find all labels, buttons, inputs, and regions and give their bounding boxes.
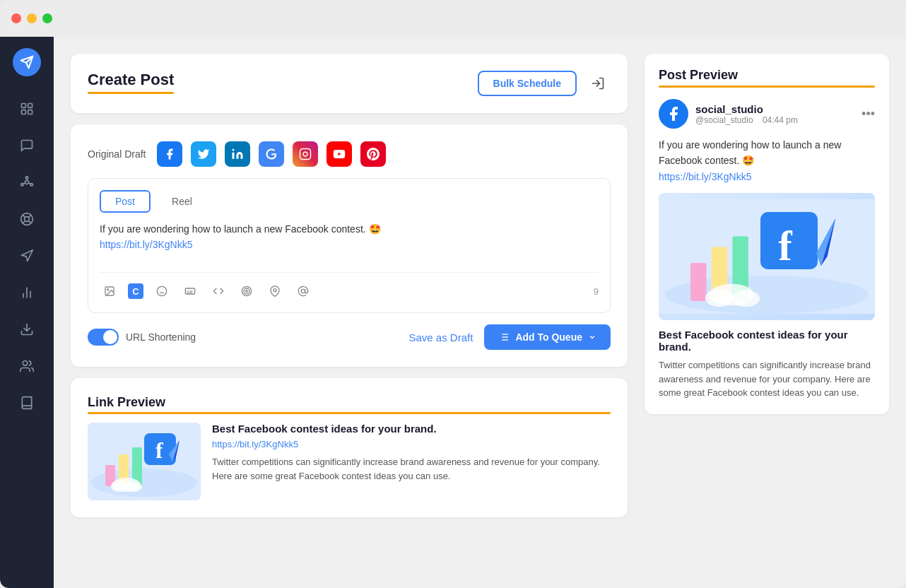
users-icon [20, 359, 34, 373]
close-button[interactable] [11, 13, 21, 23]
preview-post-text: If you are wondering how to launch a new… [659, 137, 875, 184]
svg-point-70 [732, 290, 760, 307]
export-icon [591, 76, 605, 90]
location-icon [269, 286, 281, 297]
sidebar-item-analytics[interactable] [11, 277, 42, 308]
post-preview-underline [659, 86, 875, 88]
save-draft-button[interactable]: Save as Draft [409, 331, 473, 343]
target-icon [241, 286, 252, 297]
sidebar-item-chat[interactable] [11, 130, 42, 161]
link-preview-article-url[interactable]: https://bit.ly/3KgNkk5 [212, 439, 611, 449]
library-icon [20, 396, 34, 410]
content-icon[interactable]: C [128, 283, 143, 299]
sidebar-item-network[interactable] [11, 167, 42, 198]
link-preview-title-wrapper: Link Preview [88, 395, 611, 414]
original-draft-label: Original Draft [88, 148, 146, 160]
sidebar-item-users[interactable] [11, 351, 42, 382]
link-preview-text-content: Best Facebook contest ideas for your bra… [212, 423, 611, 483]
sidebar-item-dashboard[interactable] [11, 93, 42, 124]
mention-toolbar-icon[interactable] [293, 281, 313, 301]
svg-line-10 [23, 183, 25, 184]
post-preview-panel: Post Preview social_studio @soc [645, 37, 906, 588]
link-preview-content: f Best Fa [88, 423, 611, 500]
maximize-button[interactable] [42, 13, 52, 23]
svg-point-36 [246, 290, 248, 293]
preview-post-link[interactable]: https://bit.ly/3KgNkk5 [659, 171, 752, 182]
sidebar-item-download[interactable] [11, 314, 42, 345]
twitter-icon [197, 148, 210, 160]
svg-point-57 [125, 482, 142, 492]
platform-twitter[interactable] [191, 141, 216, 167]
fb-avatar-icon [665, 105, 682, 122]
platform-google[interactable] [259, 141, 284, 167]
svg-line-13 [23, 215, 25, 218]
post-compose-area: Post Reel If you are wondering how to la… [88, 178, 611, 313]
image-toolbar-icon[interactable] [100, 281, 119, 301]
platform-pinterest[interactable] [360, 141, 386, 167]
profile-name: social_studio [695, 103, 798, 115]
post-text: If you are wondering how to launch a new… [100, 223, 381, 235]
toolbar-icons: C GIF [100, 281, 313, 301]
more-options-icon[interactable]: ••• [861, 107, 875, 122]
svg-line-15 [23, 220, 25, 223]
post-text-area[interactable]: If you are wondering how to launch a new… [100, 221, 599, 264]
post-preview-card: Post Preview social_studio @soc [645, 54, 889, 414]
profile-left: social_studio @social_studio 04:44 pm [659, 99, 798, 129]
gif-toolbar-icon[interactable]: GIF [180, 281, 200, 301]
emoji-toolbar-icon[interactable] [152, 281, 172, 301]
profile-info: social_studio @social_studio 04:44 pm [695, 103, 798, 125]
action-buttons: Save as Draft Add To Queue [409, 324, 611, 350]
sidebar-item-library[interactable] [11, 387, 42, 418]
target-toolbar-icon[interactable] [237, 281, 257, 301]
location-toolbar-icon[interactable] [265, 281, 285, 301]
preview-profile: social_studio @social_studio 04:44 pm ••… [659, 99, 875, 129]
platform-facebook[interactable] [157, 141, 182, 167]
tab-reel[interactable]: Reel [156, 190, 208, 213]
svg-point-29 [157, 286, 166, 295]
network-icon [20, 175, 34, 189]
link-preview-article-title: Best Facebook contest ideas for your bra… [212, 423, 611, 435]
platform-icons [157, 141, 386, 167]
svg-point-21 [23, 361, 28, 366]
tab-post[interactable]: Post [100, 190, 151, 213]
svg-point-35 [244, 288, 249, 294]
download-icon [20, 322, 34, 336]
page-title-wrapper: Create Post [88, 71, 174, 94]
export-icon-button[interactable] [585, 71, 611, 96]
post-type-tabs: Post Reel [100, 190, 599, 213]
sidebar-item-support[interactable] [11, 204, 42, 235]
mention-icon [298, 286, 309, 297]
add-queue-label: Add To Queue [515, 331, 582, 343]
chevron-down-icon [588, 333, 596, 341]
post-link[interactable]: https://bit.ly/3KgNkk5 [100, 239, 193, 250]
preview-article-desc: Twitter competitions can significantly i… [659, 358, 875, 400]
sidebar-item-megaphone[interactable] [11, 240, 42, 271]
compose-section: Original Draft [88, 141, 611, 350]
link-preview-card: Link Preview [71, 378, 628, 517]
queue-icon [498, 331, 510, 343]
profile-handle-text: @social_studio [695, 115, 753, 125]
platform-youtube[interactable] [326, 141, 352, 167]
post-time: 04:44 pm [763, 115, 798, 125]
svg-point-38 [301, 289, 305, 293]
instagram-icon [299, 148, 312, 160]
add-to-queue-button[interactable]: Add To Queue [484, 324, 611, 350]
sidebar-logo[interactable] [13, 48, 41, 76]
minimize-button[interactable] [27, 13, 37, 23]
url-shortening-toggle[interactable] [88, 329, 119, 346]
create-post-header: Create Post Bulk Schedule [88, 71, 611, 96]
bulk-schedule-button[interactable]: Bulk Schedule [478, 71, 577, 96]
image-icon [104, 286, 115, 297]
platform-instagram[interactable] [293, 141, 318, 167]
svg-rect-60 [690, 263, 707, 301]
analytics-icon [20, 286, 34, 300]
sidebar [0, 37, 54, 588]
facebook-icon [163, 148, 176, 160]
platform-linkedin[interactable] [225, 141, 250, 167]
google-icon [265, 148, 278, 160]
link-preview-illustration: f [88, 423, 201, 500]
svg-line-16 [28, 220, 31, 223]
code-toolbar-icon[interactable] [208, 281, 228, 301]
linkedin-icon [231, 148, 244, 160]
svg-rect-3 [28, 110, 33, 114]
